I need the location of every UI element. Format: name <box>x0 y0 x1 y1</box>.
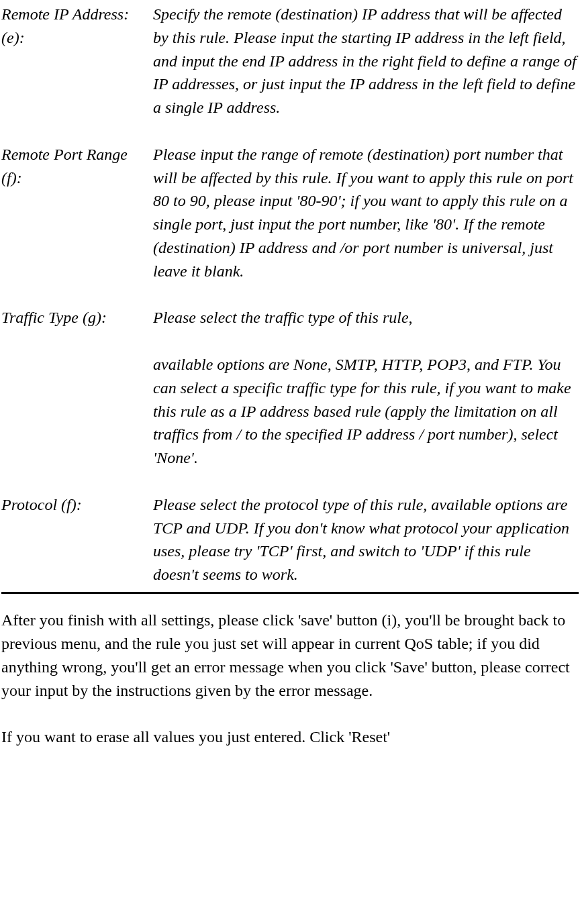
definition-label: Remote IP Address: (e): <box>1 3 153 119</box>
definition-label: Traffic Type (g): <box>1 306 153 470</box>
footer-paragraph-reset: If you want to erase all values you just… <box>1 725 579 749</box>
definition-description: Please select the protocol type of this … <box>153 493 579 586</box>
definitions-section: Remote IP Address: (e): Specify the remo… <box>1 3 579 594</box>
definition-description-line: available options are None, SMTP, HTTP, … <box>153 353 579 470</box>
definition-description: Specify the remote (destination) IP addr… <box>153 3 579 119</box>
definition-remote-ip: Remote IP Address: (e): Specify the remo… <box>1 3 579 119</box>
definition-description: Please select the traffic type of this r… <box>153 306 579 470</box>
definition-description-line: Please select the traffic type of this r… <box>153 306 579 329</box>
definition-label: Remote Port Range (f): <box>1 143 153 283</box>
definition-protocol: Protocol (f): Please select the protocol… <box>1 493 579 586</box>
definition-description: Please input the range of remote (destin… <box>153 143 579 283</box>
definition-remote-port: Remote Port Range (f): Please input the … <box>1 143 579 283</box>
definition-traffic-type: Traffic Type (g): Please select the traf… <box>1 306 579 470</box>
definition-label: Protocol (f): <box>1 493 153 586</box>
footer-paragraph-save: After you finish with all settings, plea… <box>1 609 579 702</box>
